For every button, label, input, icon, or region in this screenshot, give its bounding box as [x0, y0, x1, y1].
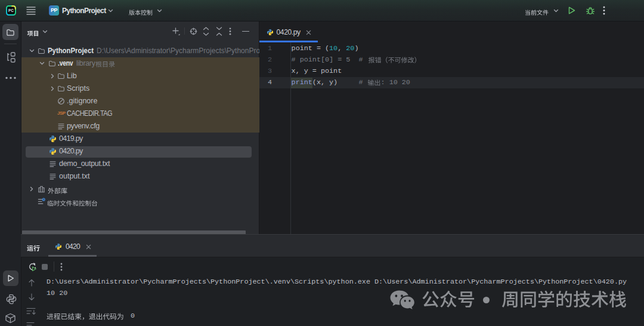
svg-text:PC: PC	[8, 8, 14, 13]
